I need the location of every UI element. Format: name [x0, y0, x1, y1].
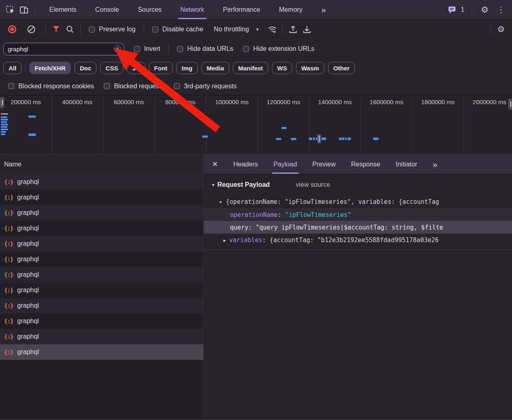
third-party-checkbox[interactable]: 3rd-party requests	[174, 83, 237, 90]
hide-extension-urls-checkbox[interactable]: Hide extension URLs	[243, 45, 314, 52]
checkbox[interactable]	[8, 83, 14, 89]
payload-row-variables[interactable]: ▶ variables: {accountTag: "b12e3b2192ee5…	[204, 234, 512, 246]
request-name: graphql	[17, 194, 39, 201]
json-request-icon: {:}	[4, 179, 13, 185]
tab-response[interactable]: Response	[351, 155, 380, 174]
json-request-icon: {:}	[4, 194, 13, 201]
request-row[interactable]: {:}graphql	[0, 267, 203, 282]
filter-chip-all[interactable]: All	[3, 62, 22, 74]
filter-chip-doc[interactable]: Doc	[74, 62, 96, 74]
filter-chip-img[interactable]: Img	[176, 62, 198, 74]
settings-gear-icon[interactable]: ⚙	[478, 3, 492, 17]
payload-row-query[interactable]: query: "query ipFlowTimeseries($accountT…	[204, 221, 512, 234]
tab-elements[interactable]: Elements	[49, 0, 77, 19]
filter-chip-manifest[interactable]: Manifest	[233, 62, 268, 74]
divider	[282, 24, 283, 35]
payload-preview-row[interactable]: ▼ {operationName: "ipFlowTimeseries", va…	[204, 195, 512, 208]
export-har-icon[interactable]	[300, 22, 314, 36]
request-row[interactable]: {:}graphql	[0, 298, 203, 313]
request-row[interactable]: {:}graphql	[0, 252, 203, 267]
invert-checkbox[interactable]: Invert	[134, 45, 160, 52]
request-row[interactable]: {:}graphql	[0, 174, 203, 190]
preserve-log-checkbox[interactable]: Preserve log	[89, 26, 136, 33]
checkbox[interactable]	[89, 26, 95, 33]
clear-network-log-icon[interactable]	[24, 22, 38, 36]
request-row[interactable]: {:}graphql	[0, 236, 203, 252]
request-row[interactable]: {:}graphql	[0, 190, 203, 205]
key: operationName	[230, 211, 278, 219]
timeline-gridline	[52, 95, 52, 154]
filter-chip-fetch-xhr[interactable]: Fetch/XHR	[29, 62, 71, 74]
divider	[46, 24, 46, 35]
filter-chip-font[interactable]: Font	[149, 62, 173, 74]
hide-extension-urls-label: Hide extension URLs	[253, 45, 314, 52]
tab-console[interactable]: Console	[95, 0, 119, 19]
waterfall-bar	[345, 138, 347, 140]
network-overview-timeline[interactable]: 200000 ms400000 ms600000 ms800000 ms1000…	[0, 95, 512, 155]
issues-message-icon[interactable]	[445, 3, 459, 17]
clear-filter-icon[interactable]: ✕	[114, 45, 121, 52]
kebab-menu-icon[interactable]: ⋮	[494, 3, 508, 17]
checkbox[interactable]	[152, 26, 158, 33]
request-payload-section[interactable]: ▼ Request Payload view source	[204, 174, 512, 195]
checkbox[interactable]	[243, 46, 249, 52]
device-toolbar-icon[interactable]	[17, 3, 31, 17]
checkbox[interactable]	[174, 83, 180, 89]
filter-chip-other[interactable]: Other	[328, 62, 355, 74]
search-icon[interactable]	[63, 22, 77, 36]
waterfall-bar	[373, 138, 379, 140]
tab-memory[interactable]: Memory	[279, 0, 302, 19]
detail-tabs: ✕ Headers Payload Preview Response Initi…	[204, 155, 512, 174]
overview-right-handle[interactable]	[508, 98, 512, 110]
filter-chip-wasm[interactable]: Wasm	[296, 62, 324, 74]
request-name: graphql	[17, 178, 39, 186]
filter-funnel-icon[interactable]	[49, 22, 63, 36]
request-row[interactable]: {:}graphql	[0, 329, 203, 344]
tab-headers[interactable]: Headers	[233, 155, 258, 174]
filter-chip-media[interactable]: Media	[201, 62, 230, 74]
import-har-icon[interactable]	[286, 22, 300, 36]
request-row[interactable]: {:}graphql	[0, 221, 203, 236]
filter-input[interactable]: graphql ✕	[3, 43, 124, 55]
filter-chip-css[interactable]: CSS	[100, 62, 123, 74]
inspect-element-icon[interactable]	[3, 3, 17, 17]
tab-preview[interactable]: Preview	[313, 155, 336, 174]
more-detail-tabs-icon[interactable]: »	[433, 155, 437, 174]
blocked-requests-checkbox[interactable]: Blocked requests	[104, 83, 164, 90]
name-column-header[interactable]: Name	[0, 155, 203, 174]
tab-performance[interactable]: Performance	[223, 0, 260, 19]
network-conditions-icon[interactable]	[265, 22, 279, 36]
close-detail-icon[interactable]: ✕	[212, 155, 218, 174]
issues-count[interactable]: 1	[461, 6, 464, 13]
filter-chip-js[interactable]: JS	[127, 62, 145, 74]
divider	[490, 24, 491, 35]
waterfall-bar	[1, 124, 8, 125]
record-network-log-icon[interactable]	[8, 25, 16, 33]
checkbox[interactable]	[177, 46, 183, 52]
request-row[interactable]: {:}graphql	[0, 313, 203, 329]
filter-chip-ws[interactable]: WS	[272, 62, 292, 74]
more-tabs-icon[interactable]: »	[321, 0, 325, 19]
request-row[interactable]: {:}graphql	[0, 205, 203, 221]
view-source-link[interactable]: view source	[296, 181, 330, 188]
checkbox[interactable]	[134, 46, 140, 52]
timeline-gridline	[361, 95, 361, 154]
tab-payload[interactable]: Payload	[274, 155, 297, 174]
checkbox[interactable]	[104, 83, 110, 89]
request-row[interactable]: {:}graphql	[0, 282, 203, 298]
waterfall-bar	[282, 127, 287, 129]
tab-network[interactable]: Network	[180, 0, 204, 19]
disable-cache-checkbox[interactable]: Disable cache	[152, 26, 203, 33]
tab-sources[interactable]: Sources	[138, 0, 162, 19]
network-settings-gear-icon[interactable]: ⚙	[494, 22, 508, 36]
request-row[interactable]: {:}graphql	[0, 344, 203, 360]
payload-row-operationName[interactable]: operationName: "ipFlowTimeseries"	[204, 208, 512, 221]
overview-left-handle[interactable]	[0, 97, 4, 108]
tab-initiator[interactable]: Initiator	[396, 155, 417, 174]
hide-data-urls-checkbox[interactable]: Hide data URLs	[177, 45, 233, 52]
throttling-dropdown[interactable]: No throttling ▼	[214, 26, 259, 33]
json-request-icon: {:}	[4, 318, 13, 324]
blocked-cookies-checkbox[interactable]: Blocked response cookies	[8, 83, 94, 90]
timeline-gridline	[309, 95, 310, 154]
payload-pane: ▼ Request Payload view source ▼ {operati…	[204, 174, 512, 419]
